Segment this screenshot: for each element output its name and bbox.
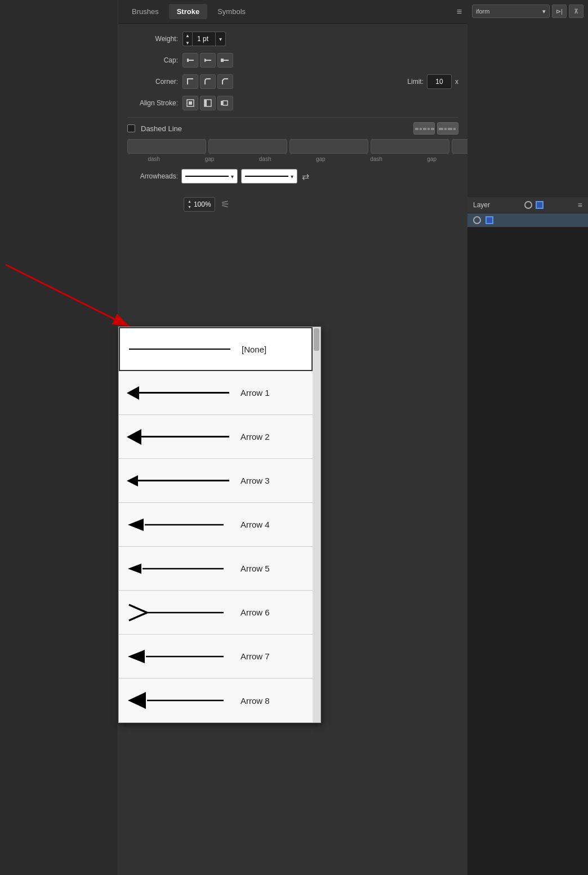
layers-circle-icon — [524, 201, 532, 209]
arrowhead-end-select[interactable]: ▾ — [241, 169, 297, 184]
corner-bevel-button[interactable] — [217, 74, 233, 89]
tab-brushes[interactable]: Brushes — [124, 4, 167, 19]
scale-value: 100% — [194, 200, 211, 208]
label-gap-1: gap — [183, 156, 237, 162]
weight-spinner[interactable]: ▲ ▼ — [183, 32, 193, 46]
svg-rect-10 — [221, 101, 223, 105]
svg-rect-9 — [223, 101, 228, 105]
dropdown-item-arrow8[interactable]: Arrow 8 — [119, 678, 313, 722]
weight-row: Weight: ▲ ▼ 1 pt ▾ — [127, 32, 458, 46]
layers-menu-icon[interactable]: ≡ — [578, 200, 582, 209]
dropdown-label-arrow4: Arrow 4 — [240, 520, 270, 529]
dash-input-1[interactable] — [127, 139, 206, 154]
layers-header: Layer ≡ — [467, 197, 588, 213]
tab-stroke[interactable]: Stroke — [169, 4, 207, 19]
align-outside-button[interactable] — [217, 96, 233, 110]
arrowhead-1-shape — [127, 386, 139, 400]
svg-rect-15 — [431, 128, 434, 130]
dash-input-2[interactable] — [289, 139, 368, 154]
panel-menu-icon[interactable]: ≡ — [457, 7, 462, 17]
arrow4-svg — [128, 516, 229, 533]
limit-group: Limit: x — [407, 74, 458, 89]
arrow-none-graphic — [129, 349, 230, 350]
scrollbar-thumb[interactable] — [314, 328, 319, 351]
weight-control[interactable]: ▲ ▼ 1 pt ▾ — [182, 32, 226, 46]
gap-input-1[interactable] — [208, 139, 287, 154]
limit-input[interactable] — [427, 74, 452, 89]
arrowhead-start-select[interactable]: ▾ — [181, 169, 238, 184]
dropdown-item-arrow3[interactable]: Arrow 3 — [119, 459, 313, 503]
corner-miter-button[interactable] — [182, 74, 198, 89]
scale-spinbox[interactable]: ▲ ▼ 100% — [184, 197, 215, 212]
cap-square-button[interactable] — [217, 53, 233, 68]
svg-rect-3 — [221, 59, 224, 62]
dropdown-item-arrow6[interactable]: Arrow 6 — [119, 591, 313, 635]
arrow1-graphic — [128, 386, 229, 400]
dropdown-item-arrow7[interactable]: Arrow 7 — [119, 635, 313, 678]
right-btn-2[interactable]: ⊼ — [569, 5, 583, 18]
align-stroke-label: Align Stroke: — [127, 99, 178, 107]
arrowheads-row: Arrowheads: ▾ ▾ ⇄ — [127, 169, 458, 184]
none-line — [129, 349, 230, 350]
left-sidebar — [0, 0, 118, 875]
align-inside-button[interactable] — [200, 96, 216, 110]
dropdown-item-arrow4[interactable]: Arrow 4 — [119, 503, 313, 547]
layers-title: Layer — [473, 201, 490, 209]
cap-row: Cap: — [127, 53, 458, 68]
svg-rect-8 — [204, 100, 207, 106]
svg-rect-18 — [448, 128, 452, 130]
cap-butt-button[interactable] — [182, 53, 198, 68]
dropdown-item-arrow2[interactable]: Arrow 2 — [119, 415, 313, 459]
stroke-content: Weight: ▲ ▼ 1 pt ▾ Cap: — [118, 24, 467, 197]
arrowhead-swap-button[interactable]: ⇄ — [301, 170, 310, 183]
dropdown-item-arrow1[interactable]: Arrow 1 — [119, 371, 313, 415]
corner-buttons — [182, 74, 233, 89]
right-uniform-row: iform ▾ ⊳| ⊼ — [467, 0, 588, 23]
tab-symbols[interactable]: Symbols — [210, 4, 253, 19]
weight-up-icon[interactable]: ▲ — [183, 32, 192, 39]
scale-spinner[interactable]: ▲ ▼ — [188, 199, 191, 210]
layers-square-icon — [536, 201, 544, 209]
dropdown-item-none[interactable]: [None] — [119, 327, 313, 371]
dropdown-scrollbar[interactable] — [313, 327, 320, 722]
svg-rect-17 — [444, 128, 447, 130]
dropdown-label-arrow2: Arrow 2 — [240, 432, 270, 441]
pattern-btn-1[interactable] — [413, 122, 435, 135]
uniform-select[interactable]: iform ▾ — [472, 5, 550, 18]
svg-marker-26 — [128, 650, 145, 663]
arrow5-graphic — [128, 560, 229, 577]
corner-row: Corner: Limit: x — [127, 74, 458, 89]
dropdown-item-arrow5[interactable]: Arrow 5 — [119, 547, 313, 591]
gap-input-2[interactable] — [371, 139, 449, 154]
svg-rect-0 — [187, 59, 189, 62]
dropdown-label-arrow5: Arrow 5 — [240, 564, 270, 573]
arrowhead-start-line — [185, 176, 229, 177]
cap-round-button[interactable] — [200, 53, 216, 68]
limit-x: x — [455, 78, 458, 86]
arrowhead-dropdown: [None] Arrow 1 Arrow 2 Arrow 3 — [118, 327, 321, 723]
dash-gap-labels: dash gap dash gap dash gap — [127, 156, 458, 162]
scale-link-icon[interactable]: ⚟ — [221, 198, 230, 211]
dropdown-label-none: [None] — [242, 345, 266, 354]
arrowheads-label: Arrowheads: — [127, 172, 178, 180]
weight-down-icon[interactable]: ▼ — [183, 39, 192, 47]
scale-down-icon[interactable]: ▼ — [188, 204, 191, 210]
dashed-line-checkbox[interactable] — [127, 124, 135, 132]
dashed-line-label: Dashed Line — [141, 124, 182, 133]
cap-buttons — [182, 53, 233, 68]
svg-rect-12 — [420, 128, 422, 130]
weight-label: Weight: — [127, 35, 178, 43]
cap-label: Cap: — [127, 56, 178, 64]
layers-item-1[interactable] — [467, 213, 588, 227]
weight-dropdown[interactable]: ▾ — [215, 32, 225, 46]
dropdown-label-arrow8: Arrow 8 — [240, 696, 270, 706]
align-center-button[interactable] — [182, 96, 198, 110]
corner-round-button[interactable] — [200, 74, 216, 89]
label-dash-1: dash — [127, 156, 181, 162]
align-stroke-row: Align Stroke: — [127, 96, 458, 110]
scale-up-icon[interactable]: ▲ — [188, 199, 191, 204]
pattern-btn-2[interactable] — [437, 122, 458, 135]
label-dash-2: dash — [238, 156, 292, 162]
right-btn-1[interactable]: ⊳| — [552, 5, 567, 18]
svg-marker-23 — [128, 564, 141, 574]
